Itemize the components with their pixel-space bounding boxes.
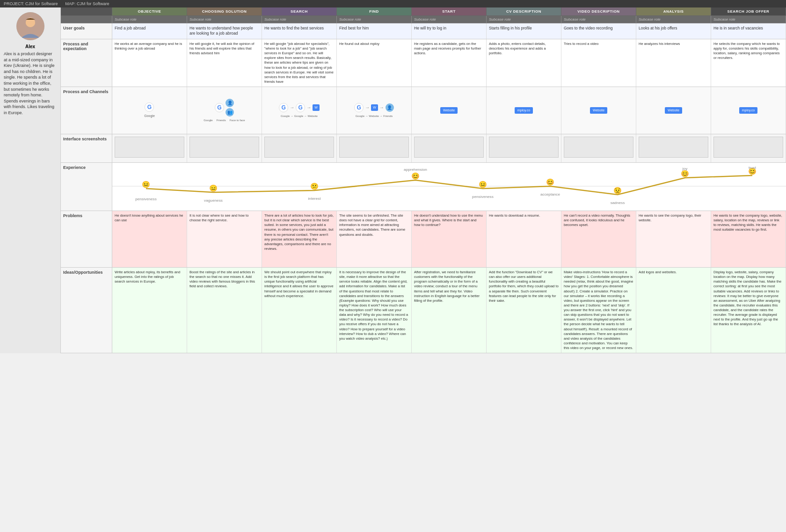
subrow-3: Subcase role <box>337 16 412 23</box>
project-label: PROJECT: CJM for Software <box>4 1 58 6</box>
emoji-5: 😊 <box>546 178 554 186</box>
friends-label: Friends <box>217 118 226 122</box>
friends-icon-2: 👤 <box>386 103 394 112</box>
channel-labels-3: Google → Website → Friends <box>356 114 393 118</box>
ideas-cell-6: Make video-instructions 'How to record a… <box>561 268 636 353</box>
user-goals-label: User goals <box>61 23 112 39</box>
emotion-label-0: pensiveness <box>135 197 157 201</box>
stage-header-start: START <box>412 7 487 15</box>
emotion-label-4: pensiveness <box>472 195 494 199</box>
subrow-6: Subcase role <box>561 16 636 23</box>
ideas-label: Ideas/Opportunities <box>61 268 112 353</box>
subrow-5: Subcase role <box>487 16 561 23</box>
emotion-label-2: interest <box>308 197 321 201</box>
user-goals-cell-0: Find a job abroad <box>112 23 187 39</box>
user-goals-cell-7: Looks at his job offers <box>636 23 711 39</box>
experience-label: Experience <box>61 163 112 211</box>
stage-header-video: VIDEO DESCRIPTION <box>561 7 636 15</box>
interface-box-3 <box>339 137 409 158</box>
emoji-1: 😑 <box>209 184 218 192</box>
user-goals-cell-2: He wants to find the best services <box>262 23 337 39</box>
ideas-cell-2: We should point out everywhere that mplo… <box>262 268 337 353</box>
interface-box-4 <box>414 137 484 158</box>
website-icon: W <box>313 104 320 110</box>
google-icon-4: G <box>296 103 305 112</box>
subrow-4: Subcase role <box>412 16 487 23</box>
ideas-cell-8: Display logo, website, salary, company l… <box>711 268 786 353</box>
experience-chart-container: 😐 pensiveness 😑 vagueness 😕 interest 😊 a… <box>112 163 786 211</box>
problems-cell-4: He doesn't understand how to use the men… <box>412 211 487 267</box>
interface-box-0 <box>115 137 184 158</box>
stage-header-objective: OBJECTIVE <box>112 7 187 15</box>
proc-exp-cell-8: He selects the company which he wants to… <box>711 39 786 87</box>
user-goals-cell-8: He is in search of vacancies <box>711 23 786 39</box>
interface-box-2 <box>264 137 334 158</box>
stage-header-search: SEARCH <box>262 7 337 15</box>
user-goals-cell-4: He will try to log in <box>412 23 487 39</box>
proc-exp-cell-6: Tries to record a video <box>561 39 636 87</box>
experience-row: Experience 😐 pensiveness 😑 vague <box>61 163 786 211</box>
user-goals-row: User goals Find a job abroad He wants to… <box>61 23 786 39</box>
process-expectation-row: Process and expectation He works at an a… <box>61 39 786 87</box>
interface-box-6 <box>564 137 633 158</box>
emoji-6: 😟 <box>613 186 622 195</box>
face-label: Face to face <box>230 118 245 122</box>
emotion-label-5: acceptance <box>540 192 560 197</box>
google-icon: G <box>145 102 154 112</box>
user-goals-cell-6: Goes to the video recording <box>561 23 636 39</box>
channel-cell-6: Website <box>561 87 636 134</box>
problems-cell-1: It is not clear where to see and how to … <box>187 211 262 267</box>
friends-icon: 👤 <box>226 99 234 107</box>
cjm-content: OBJECTIVE CHOOSING SOLUTION SEARCH FIND … <box>61 7 786 353</box>
stage-header-cv: CV DESCRIPTION <box>487 7 561 15</box>
website-icon-2: W <box>371 104 378 110</box>
proc-exp-cell-2: He will google "job abroad for specialis… <box>262 39 337 87</box>
ideas-cell-3: It is necessary to improve the design of… <box>337 268 412 353</box>
map-label: MAP: CJM for Software <box>66 1 109 6</box>
channel-cell-5: mploy.co <box>487 87 561 134</box>
process-exp-label: Process and expectation <box>61 39 112 87</box>
problems-row: Problems He doesn't know anything about … <box>61 211 786 268</box>
proc-exp-cell-7: He analyzes his interviews <box>636 39 711 87</box>
avatar <box>16 12 44 40</box>
interface-cell-0 <box>112 134 187 162</box>
subrow-2: Subcase role <box>262 16 337 23</box>
website-icon-4: Website <box>590 107 607 113</box>
interface-box-8 <box>713 137 783 158</box>
sidebar: Alex Alex is a product designer at a mid… <box>0 7 61 353</box>
subrow-1: Subcase role <box>187 16 262 23</box>
user-goals-cell-3: Find best for him <box>337 23 412 39</box>
interface-screenshots-label: Interface screenshots <box>61 134 112 162</box>
channel-cell-3: G → W → 👤 Google → Website → Friends <box>337 87 412 134</box>
emoji-4: 😐 <box>479 180 487 189</box>
header-empty-col <box>61 7 112 15</box>
emotion-label-3: apprehension <box>404 168 427 172</box>
ideas-cell-0: Write articles about mploy, its benefits… <box>112 268 187 353</box>
channel-cell-1: G 👤 👥 Google Friends Face to face <box>187 87 262 134</box>
proc-exp-cell-3: He found out about mploy <box>337 39 412 87</box>
google-icon-5: G <box>354 103 364 112</box>
interface-box-7 <box>639 137 708 158</box>
stages-header-row: OBJECTIVE CHOOSING SOLUTION SEARCH FIND … <box>61 7 786 16</box>
problems-cell-3: The site seems to be unfinished. The sit… <box>337 211 412 267</box>
subrow-header-row: Subcase role Subcase role Subcase role S… <box>61 16 786 23</box>
interface-cell-1 <box>187 134 262 162</box>
subrow-0: Subcase role <box>112 16 187 23</box>
face-icon: 👥 <box>226 108 234 117</box>
emotion-label-8: trust <box>749 166 757 170</box>
stage-header-analysis: ANALYSIS <box>636 7 711 15</box>
emoji-0: 😐 <box>142 180 150 189</box>
channel-cell-8: mploy.co <box>711 87 786 134</box>
interface-cell-8 <box>711 134 786 162</box>
problems-cell-6: He can't record a video normally. Though… <box>561 211 636 267</box>
ideas-cell-5: Add the function "Download to CV" or we … <box>487 268 561 353</box>
interface-cell-6 <box>561 134 636 162</box>
persona-name: Alex <box>25 44 35 49</box>
interface-cell-3 <box>337 134 412 162</box>
problems-cell-5: He wants to download a resume. <box>487 211 561 267</box>
ideas-cell-1: Boost the ratings of the site and articl… <box>187 268 262 353</box>
emotion-label-6: sadness <box>611 201 625 205</box>
arrow-2: → <box>306 104 311 111</box>
interface-cell-5 <box>487 134 561 162</box>
channel-cell-2: G → G → W Google → Google → Website <box>262 87 337 134</box>
